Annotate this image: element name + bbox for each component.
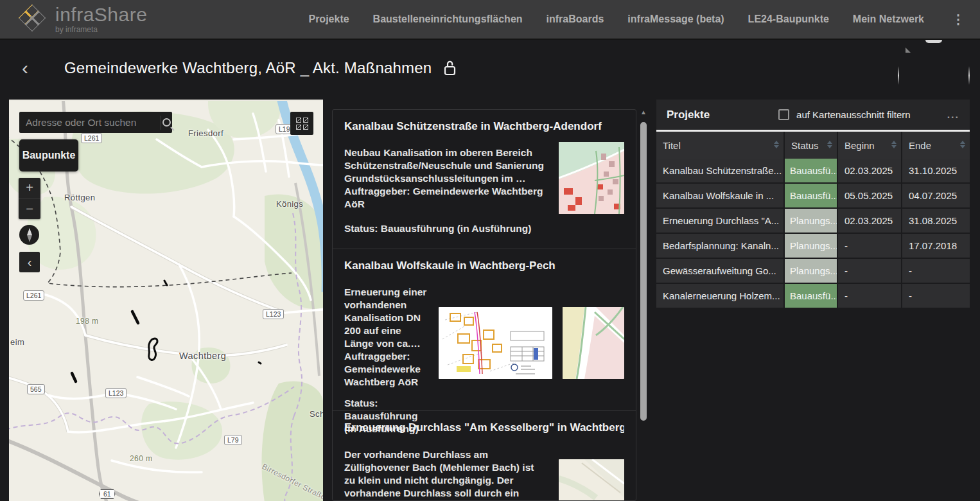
nav-item-le24-baupunkte[interactable]: LE24-Baupunkte bbox=[748, 13, 829, 25]
thumbnail-location-map[interactable] bbox=[559, 459, 624, 501]
cell-beginn: - bbox=[838, 284, 902, 309]
thumbnail-site-overview-map[interactable] bbox=[559, 142, 624, 214]
basemap-gallery-button[interactable] bbox=[290, 112, 313, 135]
cell-ende: 31.10.2025 bbox=[902, 159, 970, 184]
cell-titel: Kanalbau Schützenstraße... bbox=[656, 159, 785, 184]
cell-ende: 17.07.2018 bbox=[902, 234, 970, 259]
road-shield-l261: L261 bbox=[81, 133, 102, 143]
projects-panel: Projekte auf Kartenausschnitt filtern ..… bbox=[656, 100, 970, 309]
infrashare-logo-icon bbox=[18, 4, 46, 35]
sort-icon bbox=[960, 141, 965, 148]
table-row[interactable]: Kanalbau Schützenstraße... Bauausfü... 0… bbox=[656, 159, 970, 184]
road-shield-l123-east: L123 bbox=[263, 309, 284, 319]
cell-status: Planungs... bbox=[785, 234, 838, 259]
cell-beginn: - bbox=[838, 259, 902, 284]
road-shield-565: 565 bbox=[27, 384, 45, 394]
cell-ende: 04.07.2025 bbox=[902, 184, 970, 209]
thumbnail-construction-plan-drawing[interactable] bbox=[439, 307, 552, 379]
brand-tagline: by inframeta bbox=[55, 25, 147, 34]
map-label-roettgen: Röttgen bbox=[64, 193, 95, 202]
thumbnail-location-map[interactable] bbox=[563, 307, 624, 379]
scrollbar-up-arrow[interactable]: ▲ bbox=[638, 108, 649, 117]
cell-status: Planungs... bbox=[785, 209, 838, 234]
project-card-title: Erneuerung Durchlass "Am Kesselberg" in … bbox=[344, 421, 624, 434]
nav-item-projekte[interactable]: Projekte bbox=[308, 13, 349, 25]
column-header-status[interactable]: Status bbox=[785, 132, 838, 159]
cell-ende: - bbox=[902, 259, 970, 284]
brand-name: infraShare bbox=[55, 5, 147, 24]
sort-icon bbox=[891, 141, 897, 148]
column-header-ende[interactable]: Ende bbox=[902, 132, 970, 159]
cell-status: Bauausfü... bbox=[785, 159, 838, 184]
cell-beginn: - bbox=[838, 234, 902, 259]
nav-item-inframessage[interactable]: infraMessage (beta) bbox=[627, 13, 724, 25]
compass-button[interactable] bbox=[19, 225, 39, 245]
page-title: Gemeindewerke Wachtberg, AöR _ Akt. Maßn… bbox=[64, 59, 432, 77]
map-extent-filter-checkbox[interactable] bbox=[778, 109, 789, 120]
map-canvas[interactable]: Friesdorf Röttgen Wachtberg Königs eim S… bbox=[9, 100, 323, 501]
project-card[interactable]: Kanalbau Wolfskaule in Wachtberg-Pech Er… bbox=[333, 249, 636, 411]
cell-ende: 31.08.2025 bbox=[902, 209, 970, 234]
zoom-out-button[interactable]: − bbox=[19, 198, 40, 219]
panel-collapse-button[interactable]: ‹ bbox=[19, 252, 40, 272]
outline-button-edge-right bbox=[968, 66, 970, 85]
map-search-box bbox=[19, 112, 172, 133]
road-shield-l79: L79 bbox=[224, 435, 242, 445]
table-row[interactable]: Gewässeraufweitung Go... Planungs... - - bbox=[656, 259, 970, 284]
table-row[interactable]: Bedarfsplannung: Kanaln... Planungs... -… bbox=[656, 234, 970, 259]
project-card-description: Der vorhandene Durchlass am Züllighovene… bbox=[344, 448, 545, 501]
corner-triangle-icon bbox=[906, 48, 911, 53]
road-shield-61: 61 bbox=[99, 489, 116, 499]
brand-logo[interactable]: infraShare by inframeta bbox=[18, 4, 147, 35]
column-header-titel[interactable]: Titel bbox=[656, 132, 785, 159]
table-row[interactable]: Kanalbau Wolfskaule in ... Bauausfü... 0… bbox=[656, 184, 970, 209]
avatar-partial[interactable] bbox=[925, 40, 942, 43]
back-button[interactable]: ‹ bbox=[17, 59, 33, 77]
projects-panel-title: Projekte bbox=[667, 109, 710, 121]
sort-icon bbox=[827, 141, 832, 148]
compass-needle-icon bbox=[24, 227, 35, 243]
outline-button-edge-left bbox=[898, 66, 899, 85]
cell-titel: Kanalerneuerung Holzem... bbox=[656, 284, 785, 309]
map-label-elevation-198: 198 m bbox=[76, 317, 98, 326]
scrollbar-thumb[interactable] bbox=[640, 122, 647, 421]
road-shield-l123-west: L123 bbox=[105, 388, 127, 398]
cell-titel: Erneuerung Durchlass "A... bbox=[656, 209, 785, 234]
project-card-title: Kanalbau Schützenstraße in Wachtberg-Ade… bbox=[344, 120, 624, 133]
projects-table: Titel Status Beginn Ende Kanalbau Schütz… bbox=[656, 132, 970, 309]
map-label-friesdorf: Friesdorf bbox=[188, 128, 223, 138]
page-header: ‹ Gemeindewerke Wachtberg, AöR _ Akt. Ma… bbox=[17, 59, 457, 77]
map-label-eim: eim bbox=[10, 337, 24, 347]
panel-menu-icon[interactable]: ... bbox=[947, 109, 959, 121]
cell-titel: Kanalbau Wolfskaule in ... bbox=[656, 184, 785, 209]
map-label-elevation-260: 260 m bbox=[130, 454, 152, 463]
nav-item-infraboards[interactable]: infraBoards bbox=[547, 13, 604, 25]
nav-items: Projekte Baustelleneinrichtungsflächen i… bbox=[308, 12, 968, 27]
search-input[interactable] bbox=[19, 117, 161, 128]
map-label-schi: Schi bbox=[310, 409, 323, 419]
road-shield-l261-south: L261 bbox=[23, 290, 44, 301]
cell-ende: - bbox=[902, 284, 970, 309]
baupunkte-button[interactable]: Baupunkte bbox=[19, 139, 78, 171]
cell-beginn: 02.03.2025 bbox=[838, 209, 902, 234]
zoom-in-button[interactable]: + bbox=[19, 178, 40, 198]
cell-beginn: 05.05.2025 bbox=[838, 184, 902, 209]
table-row[interactable]: Erneuerung Durchlass "A... Planungs... 0… bbox=[656, 209, 970, 234]
overflow-menu-icon[interactable]: ⋮ bbox=[948, 12, 968, 27]
cell-status: Bauausfü... bbox=[785, 284, 838, 309]
project-card-status: Status: Bauausführung (in Ausführung) bbox=[344, 222, 624, 235]
cell-beginn: 02.03.2025 bbox=[838, 159, 902, 184]
cell-status: Bauausfü... bbox=[785, 184, 838, 209]
unlock-icon[interactable] bbox=[443, 60, 457, 76]
nav-item-baustelleneinrichtungsflaechen[interactable]: Baustelleneinrichtungsflächen bbox=[373, 13, 523, 25]
nav-item-mein-netzwerk[interactable]: Mein Netzwerk bbox=[853, 13, 924, 25]
cell-status: Planungs... bbox=[785, 259, 838, 284]
column-header-beginn[interactable]: Beginn bbox=[838, 132, 902, 159]
map-label-wachtberg: Wachtberg bbox=[179, 351, 226, 361]
search-button[interactable] bbox=[161, 112, 172, 133]
table-row[interactable]: Kanalerneuerung Holzem... Bauausfü... - … bbox=[656, 284, 970, 309]
sort-icon bbox=[774, 141, 779, 148]
project-card[interactable]: Kanalbau Schützenstraße in Wachtberg-Ade… bbox=[333, 110, 636, 249]
project-card[interactable]: Erneuerung Durchlass "Am Kesselberg" in … bbox=[333, 411, 636, 501]
map-extent-filter-label: auf Kartenausschnitt filtern bbox=[796, 109, 911, 120]
